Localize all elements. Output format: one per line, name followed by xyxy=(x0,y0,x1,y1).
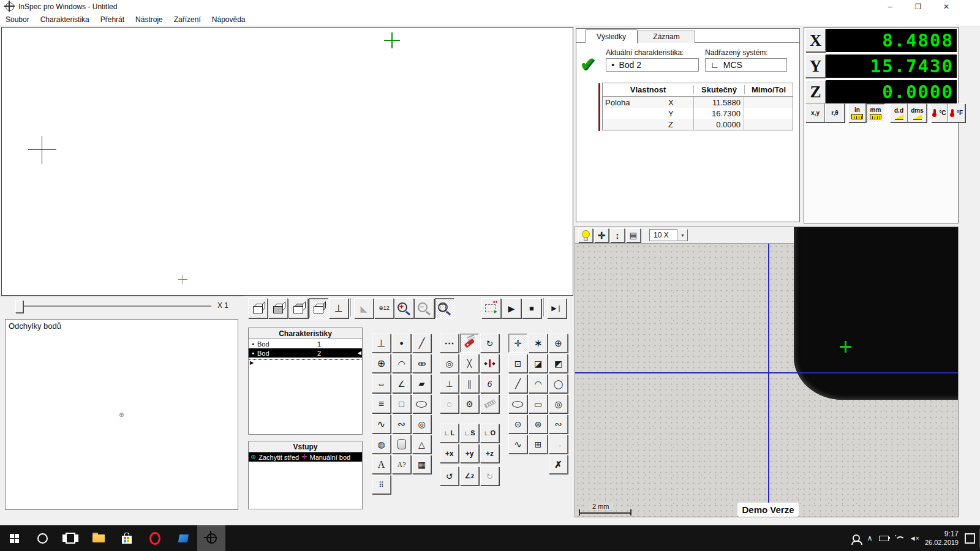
characteristic-row[interactable]: ●Bod2◀ xyxy=(249,348,362,358)
ruler-snap-tool[interactable] xyxy=(480,394,499,413)
view-axes-tool[interactable]: ⊥ xyxy=(329,298,349,318)
tab-výsledky[interactable]: Výsledky xyxy=(585,29,638,43)
store-button[interactable] xyxy=(113,525,141,551)
probe-next-tool[interactable]: → xyxy=(549,435,568,454)
close-button[interactable]: ✕ xyxy=(932,0,960,13)
start-button[interactable] xyxy=(0,525,28,551)
deviation-zoom-slider-track[interactable] xyxy=(15,305,211,307)
dro-axis-button-z[interactable]: Z xyxy=(805,80,826,103)
probe-point-tool[interactable]: ✛ xyxy=(508,334,527,353)
line-tool[interactable]: ╱ xyxy=(412,334,431,353)
probe-region-tool[interactable]: ∾ xyxy=(549,414,568,433)
dro-axis-button-x[interactable]: X xyxy=(805,29,826,52)
view-cube-4-tool[interactable] xyxy=(309,298,328,318)
probe-blob-tool[interactable]: ⊛ xyxy=(529,414,548,433)
text-tool[interactable]: A xyxy=(372,455,391,474)
rotate-tool[interactable]: ↺ xyxy=(440,467,459,485)
focus-tool[interactable]: ↕ xyxy=(610,228,625,242)
decimal-degrees-button[interactable]: d.d xyxy=(890,103,908,122)
distance-tool[interactable]: ⇔ xyxy=(372,374,391,393)
menu-item-soubor[interactable]: Soubor xyxy=(0,14,35,25)
menu-item-zařízení[interactable]: Zařízení xyxy=(168,14,206,25)
menu-item-přehrát[interactable]: Přehrát xyxy=(95,14,130,25)
tab-záznam[interactable]: Záznam xyxy=(638,31,695,43)
probe-ellipse-tool[interactable]: ◯ xyxy=(508,394,527,413)
move-stage-tool[interactable]: ✛ xyxy=(594,228,609,242)
parallel-snap-tool[interactable]: ∥ xyxy=(460,374,479,393)
volume-muted-icon[interactable]: ◄× xyxy=(910,534,919,542)
file-explorer-button[interactable] xyxy=(85,525,113,551)
task-view-button[interactable] xyxy=(56,525,85,551)
datum-line-tool[interactable]: ∟L xyxy=(440,424,459,443)
stop-tool[interactable]: ■ xyxy=(522,298,541,318)
celsius-button[interactable]: °C xyxy=(931,103,948,122)
opera-button[interactable] xyxy=(141,525,169,551)
translate-x-tool[interactable]: +x xyxy=(440,444,459,463)
perpendicular-snap-tool[interactable]: ⊥ xyxy=(440,374,459,393)
characteristic-row[interactable]: ●Bod1 xyxy=(249,339,362,348)
render-view-tool[interactable]: ◣ xyxy=(354,298,374,318)
search-button[interactable] xyxy=(28,525,56,551)
target-snap-tool[interactable]: ◎ xyxy=(440,354,459,373)
polar-button[interactable]: r,θ xyxy=(825,103,845,122)
lasso-snap-tool[interactable]: 6 xyxy=(480,374,499,393)
rotate-z-tool[interactable]: ∠z xyxy=(460,467,479,485)
auto-circle-tool[interactable]: ↻ xyxy=(480,334,499,353)
fahrenheit-button[interactable]: °F xyxy=(948,103,965,122)
current-characteristic-box[interactable]: ● Bod 2 xyxy=(606,58,699,72)
curve-tool[interactable]: ∿ xyxy=(372,414,391,433)
rectangle-tool[interactable]: □ xyxy=(392,394,411,413)
probe-surface-tool[interactable]: ◩ xyxy=(549,354,568,373)
play-to-end-tool[interactable]: ▶❘ xyxy=(547,298,567,318)
wifi-icon[interactable] xyxy=(895,535,903,541)
slot-tool[interactable]: ◯ xyxy=(412,394,431,413)
play-tool[interactable]: ▶ xyxy=(502,298,521,318)
query-tool[interactable]: A? xyxy=(392,455,411,474)
plane-tool[interactable]: ▰ xyxy=(412,374,431,393)
camera-properties-tool[interactable]: ▤ xyxy=(626,228,641,242)
gear-profile-tool[interactable]: ⚙ xyxy=(460,394,479,413)
circle-tool[interactable]: ⊕ xyxy=(372,354,391,373)
menu-item-nástroje[interactable]: Nástroje xyxy=(130,14,168,25)
magnification-select[interactable]: 10 X xyxy=(649,229,677,241)
view-cube-3-tool[interactable] xyxy=(288,298,308,318)
deg-min-sec-button[interactable]: dms xyxy=(908,103,927,122)
torus-tool[interactable]: ◎ xyxy=(412,414,431,433)
probe-box-tool[interactable]: ⊡ xyxy=(508,354,527,373)
table-row[interactable]: Z0.0000 xyxy=(603,119,793,130)
probe-circle-tool[interactable]: ◯ xyxy=(549,374,568,393)
camera-view[interactable]: ✛↕▤ 10 X ▼ 2 mm Demo Verze xyxy=(575,227,959,517)
profile-tool[interactable]: ∾ xyxy=(392,414,411,433)
action-center-icon[interactable] xyxy=(965,533,975,544)
table-row[interactable]: Y16.7300 xyxy=(603,108,793,119)
menu-item-charakteristika[interactable]: Charakteristika xyxy=(35,14,95,25)
translate-z-tool[interactable]: +z xyxy=(480,444,499,463)
angle-tool[interactable]: ∠ xyxy=(392,374,411,393)
view-cube-1-tool[interactable] xyxy=(248,298,268,318)
point-tool[interactable]: ● xyxy=(392,334,411,353)
table-row[interactable]: PolohaX11.5880 xyxy=(603,97,793,108)
view-cube-2-tool[interactable] xyxy=(268,298,288,318)
inches-button[interactable]: in xyxy=(848,103,866,122)
edge-point-tool[interactable] xyxy=(480,354,499,373)
maximize-button[interactable]: ❐ xyxy=(904,0,932,13)
movies-app-button[interactable] xyxy=(169,525,197,551)
deviations-plot[interactable]: Odchylky bodů ⊕ xyxy=(5,319,238,510)
cross-snap-tool[interactable]: ╳ xyxy=(460,354,479,373)
row-scroll-arrow-icon[interactable]: ◀ xyxy=(358,350,361,356)
point-labels-tool[interactable]: ⊕12 xyxy=(374,298,394,318)
parallel-lines-tool[interactable]: ≡ xyxy=(372,394,391,413)
tray-chevron-icon[interactable]: ∧ xyxy=(867,534,873,542)
arc-tool[interactable]: ◠ xyxy=(392,354,411,373)
drawing-canvas[interactable] xyxy=(1,27,573,296)
cartesian-button[interactable]: x,y xyxy=(805,103,825,122)
transform-tool[interactable]: ↻ xyxy=(480,467,499,485)
inspec-taskbar-button[interactable] xyxy=(197,525,225,551)
deviation-zoom-slider-thumb[interactable] xyxy=(15,300,23,313)
probe-star-tool[interactable]: ∗ xyxy=(529,334,548,353)
battery-icon[interactable] xyxy=(879,536,889,541)
zoom-out-tool[interactable] xyxy=(415,298,434,318)
millimeters-button[interactable]: mm xyxy=(866,103,885,122)
probe-image-tool[interactable]: ◪ xyxy=(529,354,548,373)
probe-line-tool[interactable]: ╱ xyxy=(508,374,527,393)
